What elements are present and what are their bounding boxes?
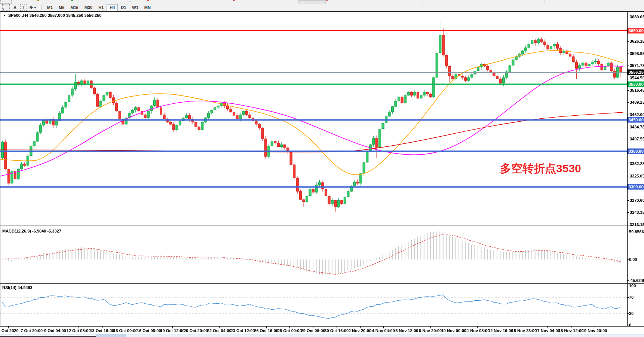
price-axis-label: 3216.155 <box>630 222 644 227</box>
clipped-icon <box>0 0 12 4</box>
timeframe-button-m30[interactable]: M30 <box>82 4 95 11</box>
time-axis-label: 19 Nov 20:00 <box>582 328 607 333</box>
clipped-icon: = <box>129 1 134 3</box>
time-axis-label: 26 Oct 16:00 <box>254 328 278 333</box>
rsi-axis-label: 70 <box>629 295 634 300</box>
toolbar-separator <box>156 4 156 10</box>
time-axis-label: 28 Oct 00:00 <box>277 328 302 333</box>
time-axis-label: 17 Nov 04:00 <box>535 328 560 333</box>
chart-annotation-text: 多空转折点3530 <box>500 161 581 176</box>
time-axis-label: 15 Nov 23:00 <box>512 328 537 333</box>
price-axis-label: 3462.005 <box>630 112 644 117</box>
timeframe-button-h1[interactable]: H1 <box>95 4 107 11</box>
price-axis-label: 3598.955 <box>630 51 644 56</box>
rsi-axis-label: 0 <box>629 323 631 327</box>
chart-symbol-title: ▼SP500-,H4 3546.250 3557.000 3545.250 35… <box>3 13 101 18</box>
mt4-window: = F A T ❖▾ M1M5M15M30H1H4D1W1MN ▼SP500-,… <box>0 0 644 337</box>
time-axis-label: 6 Oct 2020 <box>0 328 19 333</box>
price-level-tag: 3530.000 <box>628 82 644 87</box>
clipped-icon <box>326 0 328 1</box>
horizontal-scrollbar[interactable] <box>0 334 644 337</box>
rsi-indicator-label: RSI(14) 44.9493 <box>2 285 33 290</box>
time-axis-label: 20 Oct 20:00 <box>184 328 208 333</box>
cursor-tool-icon[interactable]: ❖▾ <box>29 4 36 10</box>
time-axis-label: 29 Oct 08:00 <box>301 328 325 333</box>
timeframe-button-m5[interactable]: M5 <box>56 4 67 11</box>
macd-indicator-label: MACD(12,26,9) -6.9040 -5.3027 <box>2 229 61 233</box>
timeframe-button-d1[interactable]: D1 <box>118 4 129 11</box>
text-box-tool-icon[interactable]: T <box>20 4 27 11</box>
time-axis-label: 13 Oct 16:00 <box>90 328 114 333</box>
time-axis-label: 23 Oct 12:00 <box>231 328 255 333</box>
macd-axis-label: 59.8566 <box>629 230 644 234</box>
toolbar-separator <box>423 0 423 4</box>
macd-axis-label: -45.6249 <box>629 278 644 283</box>
time-axis-label: 10 Nov 00:00 <box>441 328 466 333</box>
time-axis-label: 2 Nov 20:00 <box>349 328 371 333</box>
price-level-tag: 3380.000 <box>628 149 644 154</box>
price-level-tag: 3300.000 <box>628 184 644 190</box>
price-level-tag: 3556.250 <box>628 70 644 75</box>
price-axis-label: 3571.730 <box>630 63 644 68</box>
chevron-down-icon: ▾ <box>34 6 36 9</box>
price-axis-label: 3489.230 <box>630 100 644 104</box>
time-axis-label: 22 Oct 04:00 <box>207 328 231 333</box>
time-axis-label: 18 Nov 12:00 <box>558 328 583 333</box>
price-axis-label: 3516.455 <box>630 88 644 92</box>
price-axis-label: 3270.605 <box>630 198 644 203</box>
ohlc-readout: SP500-,H4 3546.250 3557.000 3545.250 355… <box>8 13 102 18</box>
rsi-axis-label: 100 <box>629 283 636 288</box>
price-axis-label: 3407.555 <box>630 137 644 141</box>
toolbar-separator <box>545 0 545 4</box>
toolbar-gripper[interactable] <box>39 5 42 10</box>
price-axis-label: 3243.380 <box>630 210 644 215</box>
price-axis-label: 3544.505 <box>630 76 644 80</box>
macd-axis-label: 0.00 <box>629 257 637 262</box>
clipped-icon <box>147 0 149 1</box>
rsi-axis-label: 30 <box>629 311 634 316</box>
price-axis-label: 3680.630 <box>630 15 644 19</box>
timeframe-buttons: M1M5M15M30H1H4D1W1MN <box>44 4 154 11</box>
price-axis-label: 3325.055 <box>630 174 644 178</box>
time-axis-label: 6 Nov 20:00 <box>419 328 442 333</box>
timeframe-button-h4[interactable]: H4 <box>107 4 118 11</box>
scrollbar-segment <box>96 334 126 337</box>
price-level-tag: 3650.000 <box>628 28 644 34</box>
chart-toolbar: F A T ❖▾ M1M5M15M30H1H4D1W1MN <box>0 4 644 12</box>
time-axis-label: 15 Oct 00:00 <box>113 328 138 333</box>
timeframe-button-mn[interactable]: MN <box>141 4 154 11</box>
price-axis-label: 3352.280 <box>630 161 644 166</box>
time-axis-label: 16 Oct 08:00 <box>137 328 161 333</box>
clipped-icon <box>71 0 73 1</box>
time-axis-label: 7 Oct 20:00 <box>21 328 43 333</box>
grid-tool-icon[interactable]: F <box>2 4 10 11</box>
time-axis-label: 19 Oct 12:00 <box>160 328 184 333</box>
time-axis-label: 12 Oct 08:00 <box>67 328 91 333</box>
time-axis-label: 30 Oct 16:00 <box>324 328 349 333</box>
price-axis-label: 3434.780 <box>630 125 644 129</box>
clipped-icon <box>37 0 39 1</box>
time-axis-label: 4 Nov 04:00 <box>372 328 395 333</box>
time-axis-label: 11 Nov 08:00 <box>465 328 490 333</box>
timeframe-button-m1[interactable]: M1 <box>44 4 56 11</box>
timeframe-button-w1[interactable]: W1 <box>129 4 141 11</box>
time-axis-label: 5 Nov 12:00 <box>395 328 418 333</box>
diamond-icon: ❖ <box>29 5 34 10</box>
text-label-tool-icon[interactable]: A <box>12 4 18 10</box>
collapse-triangle-icon[interactable]: ▼ <box>3 14 6 17</box>
clipped-icon <box>233 0 235 1</box>
time-axis-label: 12 Nov 16:00 <box>488 328 513 333</box>
price-axis-label: 3626.180 <box>630 39 644 43</box>
time-axis-label: 9 Oct 04:00 <box>44 328 66 333</box>
timeframe-button-m15[interactable]: M15 <box>67 4 81 11</box>
price-level-tag: 3450.000 <box>628 117 644 123</box>
